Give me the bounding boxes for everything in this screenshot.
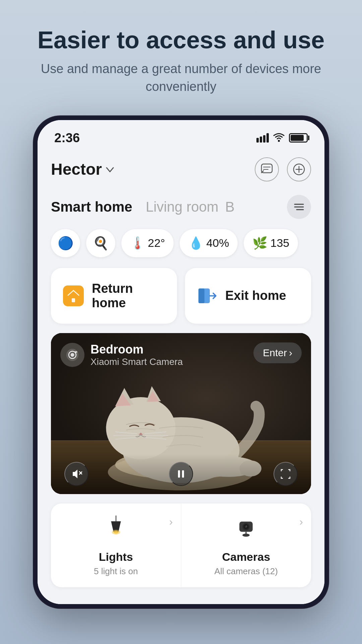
tabs-row: Smart home Living room B: [51, 192, 311, 229]
wifi-icon: [273, 133, 285, 143]
pill-security[interactable]: 🔵: [51, 229, 80, 257]
status-icons: [256, 133, 308, 143]
camera-avatar: [60, 343, 84, 367]
page-title: Easier to access and use: [20, 27, 342, 53]
humidity-icon: 💧: [188, 236, 203, 250]
pill-humidity[interactable]: 💧 40%: [180, 229, 238, 257]
return-home-label: Return home: [92, 281, 165, 310]
svg-point-50: [242, 534, 250, 537]
pill-air-quality[interactable]: 🌿 135: [244, 229, 298, 257]
svg-point-16: [71, 353, 74, 357]
camera-header: Bedroom Xiaomi Smart Camera Enter ›: [51, 333, 311, 377]
lights-sub: 5 light is on: [94, 566, 138, 577]
status-bar: 2:36: [38, 120, 324, 151]
svg-point-48: [246, 526, 247, 527]
temperature-icon: 🌡️: [130, 236, 145, 250]
camera-device-icon: [66, 348, 79, 362]
svg-point-43: [114, 531, 118, 534]
temperature-value: 22°: [148, 236, 165, 250]
camera-device: Xiaomi Smart Camera: [90, 357, 183, 367]
camera-room: Bedroom: [90, 342, 183, 357]
return-home-icon: [63, 285, 84, 306]
category-cameras[interactable]: › Camer: [181, 503, 311, 587]
mute-icon: [71, 468, 82, 480]
lights-icon: [104, 516, 128, 545]
battery-fill: [291, 135, 304, 141]
tab-smart-home[interactable]: Smart home: [51, 199, 132, 215]
category-cameras-chevron: ›: [299, 516, 303, 528]
enter-button[interactable]: Enter ›: [253, 342, 302, 363]
svg-point-0: [278, 140, 280, 142]
device-categories: › Lights 5 l: [51, 503, 311, 587]
status-pills: 🔵 🍳 🌡️ 22° 💧 40% 🌿: [51, 229, 311, 268]
cameras-label: Cameras: [222, 550, 270, 564]
exit-home-icon: [197, 286, 217, 306]
security-icon: 🔵: [58, 236, 73, 251]
camera-info: Bedroom Xiaomi Smart Camera: [60, 342, 183, 367]
plus-icon: [293, 163, 305, 175]
exit-home-label: Exit home: [225, 288, 286, 303]
status-time: 2:36: [54, 131, 80, 145]
pill-temperature[interactable]: 🌡️ 22°: [121, 229, 174, 257]
phone-screen: 2:36: [38, 120, 324, 604]
fullscreen-icon: [280, 468, 291, 480]
category-lights-chevron: ›: [169, 516, 173, 528]
mute-button[interactable]: [64, 462, 88, 486]
exit-home-btn[interactable]: Exit home: [185, 268, 311, 324]
menu-button[interactable]: [287, 195, 311, 219]
tab-more: B: [225, 199, 235, 215]
quick-actions: Return home Exit home: [51, 268, 311, 324]
camera-card: Bedroom Xiaomi Smart Camera Enter ›: [51, 333, 311, 494]
camera-controls: [51, 454, 311, 494]
air-icon: 🌿: [252, 236, 267, 250]
cameras-icon: [234, 516, 258, 545]
chevron-down-icon: [105, 165, 115, 175]
app-header: Hector: [51, 151, 311, 192]
hamburger-icon: [293, 203, 305, 211]
enter-label: Enter: [263, 347, 287, 359]
user-name: Hector: [51, 160, 102, 178]
svg-rect-10: [72, 298, 75, 302]
pill-cooking[interactable]: 🍳: [86, 229, 115, 257]
header-actions: [255, 157, 311, 181]
message-button[interactable]: [255, 157, 279, 181]
fullscreen-button[interactable]: [274, 462, 298, 486]
cameras-sub: All cameras (12): [215, 566, 278, 577]
page-subtitle: Use and manage a great number of devices…: [20, 60, 342, 96]
add-button[interactable]: [287, 157, 311, 181]
phone-frame: 2:36: [34, 116, 328, 608]
battery-icon: [289, 133, 308, 143]
svg-rect-39: [178, 470, 180, 478]
signal-icon: [256, 133, 269, 143]
svg-rect-40: [182, 470, 184, 478]
message-icon: [261, 163, 273, 175]
cooking-icon: 🍳: [93, 236, 109, 251]
pause-button[interactable]: [169, 462, 193, 486]
air-value: 135: [270, 236, 289, 250]
svg-point-21: [106, 397, 175, 459]
humidity-value: 40%: [206, 236, 229, 250]
page-header: Easier to access and use Use and manage …: [0, 0, 362, 109]
pause-icon: [175, 468, 187, 480]
svg-rect-13: [198, 288, 204, 303]
user-name-btn[interactable]: Hector: [51, 160, 115, 178]
category-lights[interactable]: › Lights 5 l: [51, 503, 181, 587]
lights-label: Lights: [99, 550, 133, 564]
enter-chevron: ›: [289, 347, 292, 359]
return-home-btn[interactable]: Return home: [51, 268, 177, 324]
svg-rect-17: [75, 351, 77, 353]
tab-living-room[interactable]: Living room: [146, 199, 219, 215]
